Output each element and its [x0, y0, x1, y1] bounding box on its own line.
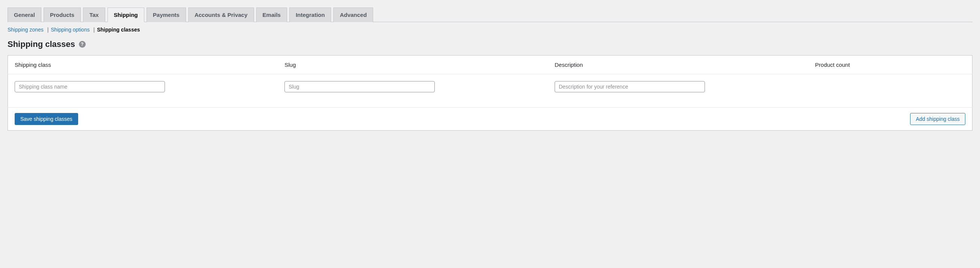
save-shipping-classes-button[interactable]: Save shipping classes	[15, 113, 78, 125]
header-shipping-class: Shipping class	[8, 56, 278, 75]
tab-tax[interactable]: Tax	[83, 8, 105, 22]
tab-accounts-privacy[interactable]: Accounts & Privacy	[188, 8, 254, 22]
tab-integration[interactable]: Integration	[290, 8, 331, 22]
tab-products[interactable]: Products	[44, 8, 81, 22]
tab-emails[interactable]: Emails	[256, 8, 287, 22]
header-slug: Slug	[278, 56, 548, 75]
tab-payments[interactable]: Payments	[146, 8, 186, 22]
table-row	[8, 75, 972, 108]
shipping-classes-table: Shipping class Slug Description Product …	[8, 55, 972, 131]
separator: |	[47, 27, 49, 33]
subnav-shipping-classes: Shipping classes	[97, 27, 140, 33]
description-input[interactable]	[555, 81, 705, 92]
tab-shipping[interactable]: Shipping	[107, 8, 144, 22]
add-shipping-class-button[interactable]: Add shipping class	[910, 113, 965, 125]
help-icon[interactable]: ?	[79, 41, 86, 48]
slug-input[interactable]	[285, 81, 435, 92]
shipping-subnav: Shipping zones | Shipping options | Ship…	[8, 27, 972, 33]
settings-tabs: General Products Tax Shipping Payments A…	[8, 8, 972, 22]
separator: |	[94, 27, 95, 33]
shipping-class-name-input[interactable]	[15, 81, 165, 92]
tab-advanced[interactable]: Advanced	[333, 8, 373, 22]
product-count-cell	[808, 75, 972, 108]
tab-general[interactable]: General	[8, 8, 41, 22]
subnav-shipping-options[interactable]: Shipping options	[51, 27, 90, 33]
subnav-shipping-zones[interactable]: Shipping zones	[8, 27, 44, 33]
header-product-count: Product count	[808, 56, 972, 75]
page-title: Shipping classes	[8, 40, 75, 49]
header-description: Description	[548, 56, 808, 75]
